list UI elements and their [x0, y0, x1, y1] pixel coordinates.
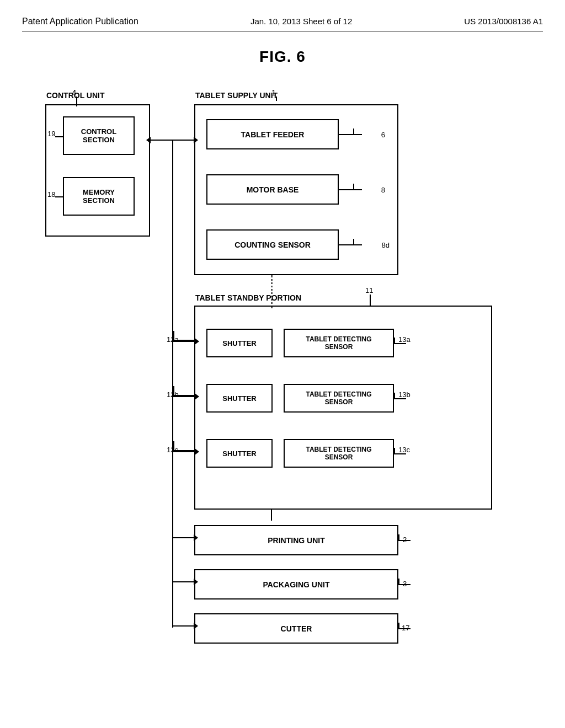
shutter-b-box: SHUTTER — [206, 384, 273, 413]
control-unit-box: CONTROL UNIT CONTROLSECTION 19 MEMORYSEC… — [45, 104, 150, 237]
tablet-feeder-box: TABLET FEEDER — [206, 119, 339, 149]
ref-13b: 13b — [398, 390, 411, 399]
sensor-a-box: TABLET DETECTINGSENSOR — [284, 329, 394, 357]
shutter-a-box: SHUTTER — [206, 329, 273, 357]
tablet-supply-unit-box: TABLET SUPPLY UNIT TABLET FEEDER 6 MOTOR… — [194, 104, 398, 275]
ref-13c: 13c — [398, 446, 410, 454]
memory-section-box: MEMORYSECTION — [63, 177, 135, 216]
figure-title: FIG. 6 — [22, 48, 543, 66]
header-left: Patent Application Publication — [22, 17, 138, 26]
arrow-to-packaging — [172, 581, 194, 582]
control-unit-label: CONTROL UNIT — [46, 91, 105, 100]
sensor-c-box: TABLET DETECTINGSENSOR — [284, 439, 394, 468]
counting-sensor-box: COUNTING SENSOR — [206, 229, 339, 260]
printing-unit-box: PRINTING UNIT — [194, 525, 398, 555]
ref-19: 19 — [47, 130, 55, 138]
tablet-supply-label: TABLET SUPPLY UNIT — [195, 91, 278, 100]
ref-11: 11 — [365, 286, 373, 295]
tablet-standby-box: TABLET STANDBY PORTION 12a SHUTTER TABLE… — [194, 306, 492, 510]
page: Patent Application Publication Jan. 10, … — [0, 0, 565, 728]
diagram: 4 1 CONTROL UNIT CONTROLSECTION 19 MEMOR… — [34, 88, 531, 667]
packaging-unit-box: PACKAGING UNIT — [194, 569, 398, 599]
ref-18: 18 — [47, 190, 55, 199]
sensor-b-box: TABLET DETECTINGSENSOR — [284, 384, 394, 413]
header-right: US 2013/0008136 A1 — [464, 17, 543, 26]
ref-13a: 13a — [398, 335, 411, 344]
motor-base-box: MOTOR BASE — [206, 174, 339, 205]
cutter-box: CUTTER — [194, 613, 398, 644]
standby-label: TABLET STANDBY PORTION — [195, 293, 301, 302]
arrow-to-cutter — [172, 625, 194, 627]
header: Patent Application Publication Jan. 10, … — [22, 17, 543, 31]
control-section-box: CONTROLSECTION — [63, 116, 135, 155]
header-center: Jan. 10, 2013 Sheet 6 of 12 — [250, 17, 352, 26]
arrow-to-printing — [172, 537, 194, 538]
dotted-connector — [271, 275, 273, 308]
shutter-c-box: SHUTTER — [206, 439, 273, 468]
